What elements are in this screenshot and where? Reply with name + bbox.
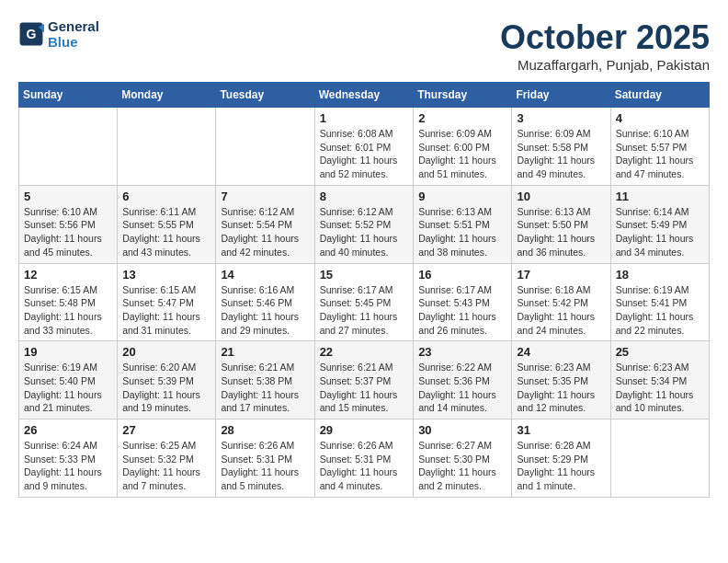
day-number: 12 (24, 268, 112, 282)
day-info: Sunrise: 6:13 AMSunset: 5:51 PMDaylight:… (418, 205, 506, 259)
page-header: G General Blue October 2025 Muzaffargarh… (18, 18, 710, 73)
day-number: 4 (616, 111, 704, 125)
day-info: Sunrise: 6:08 AMSunset: 6:01 PMDaylight:… (320, 127, 409, 181)
day-number: 13 (122, 268, 210, 282)
day-info: Sunrise: 6:12 AMSunset: 5:52 PMDaylight:… (320, 205, 409, 259)
day-info: Sunrise: 6:21 AMSunset: 5:38 PMDaylight:… (221, 361, 309, 415)
weekday-header: Monday (118, 83, 216, 108)
calendar-table: SundayMondayTuesdayWednesdayThursdayFrid… (18, 82, 710, 498)
day-number: 18 (616, 268, 704, 282)
calendar-cell: 29Sunrise: 6:26 AMSunset: 5:31 PMDayligh… (314, 419, 414, 498)
weekday-header: Friday (512, 83, 610, 108)
day-info: Sunrise: 6:25 AMSunset: 5:32 PMDaylight:… (122, 439, 210, 493)
calendar-cell: 6Sunrise: 6:11 AMSunset: 5:55 PMDaylight… (118, 185, 216, 263)
weekday-header: Tuesday (216, 83, 314, 108)
calendar-cell: 1Sunrise: 6:08 AMSunset: 6:01 PMDaylight… (314, 108, 414, 186)
day-number: 30 (418, 423, 506, 437)
day-number: 9 (418, 190, 506, 203)
calendar-cell: 2Sunrise: 6:09 AMSunset: 6:00 PMDaylight… (414, 108, 512, 186)
calendar-cell: 20Sunrise: 6:20 AMSunset: 5:39 PMDayligh… (118, 341, 216, 419)
calendar-cell: 14Sunrise: 6:16 AMSunset: 5:46 PMDayligh… (216, 263, 314, 341)
calendar-cell: 10Sunrise: 6:13 AMSunset: 5:50 PMDayligh… (512, 185, 610, 263)
day-info: Sunrise: 6:19 AMSunset: 5:41 PMDaylight:… (616, 283, 704, 338)
day-info: Sunrise: 6:17 AMSunset: 5:43 PMDaylight:… (418, 283, 506, 338)
day-number: 10 (517, 190, 605, 203)
day-info: Sunrise: 6:24 AMSunset: 5:33 PMDaylight:… (24, 439, 112, 493)
calendar-cell: 11Sunrise: 6:14 AMSunset: 5:49 PMDayligh… (610, 185, 709, 263)
day-info: Sunrise: 6:11 AMSunset: 5:55 PMDaylight:… (122, 205, 210, 259)
calendar-week-row: 1Sunrise: 6:08 AMSunset: 6:01 PMDaylight… (19, 108, 710, 186)
day-number: 21 (221, 345, 309, 359)
day-number: 16 (418, 268, 506, 282)
logo-line2: Blue (48, 34, 99, 50)
day-info: Sunrise: 6:15 AMSunset: 5:47 PMDaylight:… (122, 283, 210, 338)
weekday-header: Thursday (414, 83, 512, 108)
day-info: Sunrise: 6:28 AMSunset: 5:29 PMDaylight:… (517, 439, 605, 493)
day-info: Sunrise: 6:13 AMSunset: 5:50 PMDaylight:… (517, 205, 605, 259)
day-number: 19 (24, 345, 112, 359)
day-number: 20 (122, 345, 210, 359)
calendar-cell: 7Sunrise: 6:12 AMSunset: 5:54 PMDaylight… (216, 185, 314, 263)
day-number: 22 (320, 345, 409, 359)
day-number: 31 (517, 423, 605, 437)
day-info: Sunrise: 6:17 AMSunset: 5:45 PMDaylight:… (320, 283, 409, 338)
calendar-cell: 5Sunrise: 6:10 AMSunset: 5:56 PMDaylight… (19, 185, 118, 263)
day-info: Sunrise: 6:19 AMSunset: 5:40 PMDaylight:… (24, 361, 112, 415)
calendar-cell: 28Sunrise: 6:26 AMSunset: 5:31 PMDayligh… (216, 419, 314, 498)
day-info: Sunrise: 6:14 AMSunset: 5:49 PMDaylight:… (616, 205, 704, 259)
day-number: 17 (517, 268, 605, 282)
calendar-cell: 3Sunrise: 6:09 AMSunset: 5:58 PMDaylight… (512, 108, 610, 186)
calendar-cell: 15Sunrise: 6:17 AMSunset: 5:45 PMDayligh… (314, 263, 414, 341)
svg-text:G: G (27, 27, 37, 41)
day-number: 15 (320, 268, 409, 282)
calendar-cell: 18Sunrise: 6:19 AMSunset: 5:41 PMDayligh… (610, 263, 709, 341)
calendar-cell: 12Sunrise: 6:15 AMSunset: 5:48 PMDayligh… (19, 263, 118, 341)
calendar-cell (216, 108, 314, 186)
day-info: Sunrise: 6:15 AMSunset: 5:48 PMDaylight:… (24, 283, 112, 338)
day-info: Sunrise: 6:26 AMSunset: 5:31 PMDaylight:… (320, 439, 409, 493)
calendar-cell: 13Sunrise: 6:15 AMSunset: 5:47 PMDayligh… (118, 263, 216, 341)
day-number: 26 (24, 423, 112, 437)
day-number: 2 (418, 111, 506, 125)
day-number: 27 (122, 423, 210, 437)
calendar-cell: 30Sunrise: 6:27 AMSunset: 5:30 PMDayligh… (414, 419, 512, 498)
calendar-cell: 22Sunrise: 6:21 AMSunset: 5:37 PMDayligh… (314, 341, 414, 419)
calendar-week-row: 5Sunrise: 6:10 AMSunset: 5:56 PMDaylight… (19, 185, 710, 263)
day-info: Sunrise: 6:09 AMSunset: 6:00 PMDaylight:… (418, 127, 506, 181)
weekday-header: Sunday (19, 83, 118, 108)
calendar-cell: 17Sunrise: 6:18 AMSunset: 5:42 PMDayligh… (512, 263, 610, 341)
calendar-cell: 25Sunrise: 6:23 AMSunset: 5:34 PMDayligh… (610, 341, 709, 419)
weekday-header: Wednesday (314, 83, 414, 108)
day-number: 14 (221, 268, 309, 282)
day-number: 24 (517, 345, 605, 359)
day-number: 11 (616, 190, 704, 203)
calendar-cell: 21Sunrise: 6:21 AMSunset: 5:38 PMDayligh… (216, 341, 314, 419)
day-number: 7 (221, 190, 309, 203)
day-info: Sunrise: 6:22 AMSunset: 5:36 PMDaylight:… (418, 361, 506, 415)
day-info: Sunrise: 6:12 AMSunset: 5:54 PMDaylight:… (221, 205, 309, 259)
logo-line1: General (48, 18, 99, 34)
day-info: Sunrise: 6:21 AMSunset: 5:37 PMDaylight:… (320, 361, 409, 415)
day-info: Sunrise: 6:10 AMSunset: 5:57 PMDaylight:… (616, 127, 704, 181)
calendar-cell: 27Sunrise: 6:25 AMSunset: 5:32 PMDayligh… (118, 419, 216, 498)
weekday-header: Saturday (610, 83, 709, 108)
day-number: 29 (320, 423, 409, 437)
calendar-cell: 24Sunrise: 6:23 AMSunset: 5:35 PMDayligh… (512, 341, 610, 419)
title-block: October 2025 Muzaffargarh, Punjab, Pakis… (500, 18, 710, 73)
day-info: Sunrise: 6:20 AMSunset: 5:39 PMDaylight:… (122, 361, 210, 415)
day-number: 23 (418, 345, 506, 359)
day-number: 8 (320, 190, 409, 203)
location-subtitle: Muzaffargarh, Punjab, Pakistan (500, 57, 710, 73)
day-info: Sunrise: 6:27 AMSunset: 5:30 PMDaylight:… (418, 439, 506, 493)
calendar-week-row: 19Sunrise: 6:19 AMSunset: 5:40 PMDayligh… (19, 341, 710, 419)
day-number: 6 (122, 190, 210, 203)
calendar-week-row: 12Sunrise: 6:15 AMSunset: 5:48 PMDayligh… (19, 263, 710, 341)
calendar-cell (118, 108, 216, 186)
calendar-cell: 9Sunrise: 6:13 AMSunset: 5:51 PMDaylight… (414, 185, 512, 263)
day-number: 3 (517, 111, 605, 125)
calendar-cell (19, 108, 118, 186)
day-info: Sunrise: 6:18 AMSunset: 5:42 PMDaylight:… (517, 283, 605, 338)
calendar-cell: 4Sunrise: 6:10 AMSunset: 5:57 PMDaylight… (610, 108, 709, 186)
day-number: 28 (221, 423, 309, 437)
calendar-week-row: 26Sunrise: 6:24 AMSunset: 5:33 PMDayligh… (19, 419, 710, 498)
